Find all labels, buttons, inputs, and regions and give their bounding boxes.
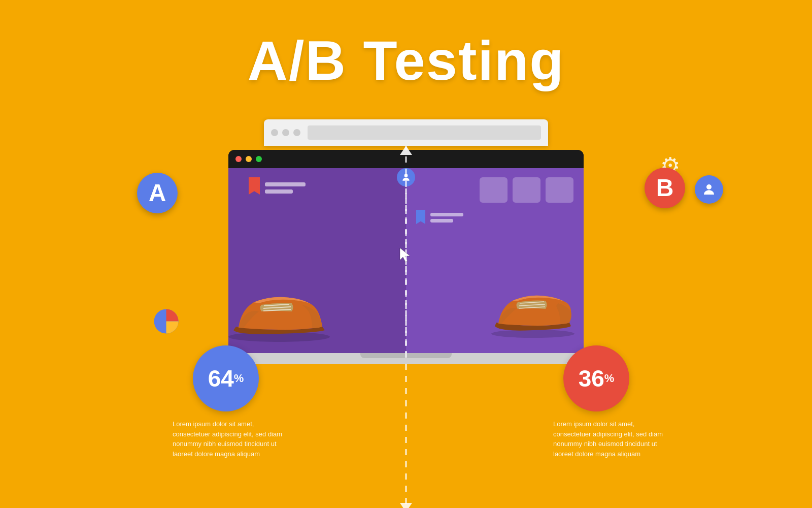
page-title: A/B Testing: [0, 28, 812, 92]
percentage-a-value: 64: [208, 367, 234, 390]
arrow-up-icon: [400, 146, 412, 155]
version-b-label: B: [656, 176, 674, 200]
center-divider-line: [405, 132, 407, 508]
browser-dot-1: [271, 129, 278, 136]
percentage-b-value: 36: [579, 367, 604, 390]
svg-point-0: [706, 184, 712, 189]
panel-b-line-1: [430, 213, 463, 216]
panel-a-line-2: [265, 189, 293, 194]
panel-b-text-lines: [430, 213, 463, 223]
shoe-image-b: [487, 277, 579, 338]
panel-a-bookmark-icon: [249, 177, 260, 195]
title-container: A/B Testing: [0, 0, 812, 92]
browser-dot-3: [293, 129, 300, 136]
laptop-dot-yellow: [246, 156, 252, 162]
browser-bar: [264, 119, 548, 146]
shoe-svg-a: [228, 272, 335, 343]
laptop-dot-green: [256, 156, 262, 162]
user-icon-b: [695, 175, 723, 204]
panel-a-line-1: [265, 182, 306, 186]
description-a: Lorem ipsum dolor sit amet, consectetuer…: [173, 419, 284, 459]
svg-point-6: [491, 330, 574, 338]
percentage-a-circle: 64%: [193, 345, 259, 411]
panel-b-card-2: [513, 177, 540, 203]
panel-b-card-1: [480, 177, 507, 203]
panel-b-bookmark-icon: [416, 210, 425, 224]
panel-b-card-3: [546, 177, 573, 203]
browser-address-bar[interactable]: [308, 125, 541, 140]
version-a-label: A: [149, 181, 166, 205]
shoe-image-a: [228, 272, 335, 343]
pie-chart-svg: [152, 307, 180, 335]
user-svg-b: [701, 182, 717, 197]
percentage-b-circle: 36%: [563, 345, 629, 411]
version-a-badge: A: [137, 173, 178, 213]
browser-dot-2: [282, 129, 289, 136]
panel-version-a: [228, 168, 406, 353]
description-b: Lorem ipsum dolor sit amet, consectetuer…: [553, 419, 665, 459]
panel-version-b: [406, 168, 584, 353]
laptop-dot-red: [235, 156, 242, 162]
panel-a-text-lines: [265, 182, 306, 194]
version-b-badge: B: [645, 168, 685, 208]
panel-b-line-2: [430, 219, 453, 223]
panel-b-product-cards: [480, 177, 573, 203]
pie-chart-small: [152, 307, 180, 335]
arrow-down-icon: [400, 503, 412, 508]
shoe-svg-b: [487, 277, 579, 338]
